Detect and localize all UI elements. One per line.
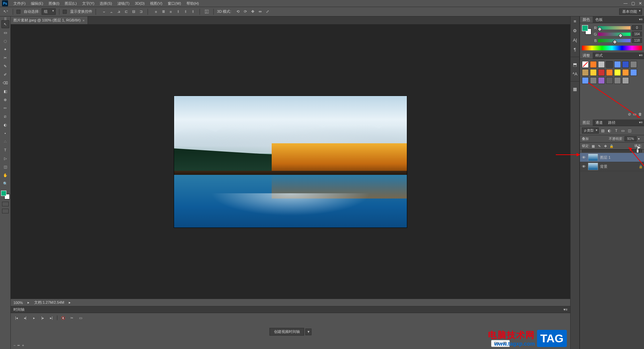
3d-pan-icon[interactable]: ✥ xyxy=(249,8,256,15)
pen-tool[interactable]: ∴ xyxy=(1,138,9,146)
style-swatch-18[interactable] xyxy=(614,77,621,84)
brush-tool[interactable]: ⌫ xyxy=(1,79,9,87)
style-swatch-8[interactable] xyxy=(590,69,597,76)
quickmask-toggle[interactable] xyxy=(2,202,9,206)
dock-character-icon[interactable]: A| xyxy=(572,37,578,43)
tl-zoom-in-icon[interactable]: + xyxy=(22,343,24,348)
menu-file[interactable]: 文件(F) xyxy=(11,0,28,7)
lock-position-icon[interactable]: ✥ xyxy=(603,144,608,148)
create-video-timeline-button[interactable]: 创建视频时间轴 xyxy=(270,328,304,336)
color-swatches2[interactable] xyxy=(582,25,591,35)
style-swatch-13[interactable] xyxy=(630,69,637,76)
3d-orbit-icon[interactable]: ⟲ xyxy=(234,8,241,15)
lock-all-icon[interactable]: 🔒 xyxy=(609,144,614,148)
tab-styles[interactable]: 样式 xyxy=(593,52,605,59)
filter-smart-icon[interactable]: ◫ xyxy=(627,128,632,133)
document-tab[interactable]: 图片素材.jpeg @ 100% (图层 1, RGB/8#) × xyxy=(11,16,88,24)
dist-bottom-icon[interactable]: ≡ xyxy=(167,8,174,15)
g-value[interactable]: 164 xyxy=(632,32,642,37)
tl-audio-icon[interactable]: 🔇 xyxy=(60,315,66,320)
layer-thumbnail[interactable] xyxy=(588,154,598,161)
tab-swatches[interactable]: 色板 xyxy=(593,16,605,23)
dist-right-icon[interactable]: ⦀ xyxy=(190,8,196,15)
style-swatch-11[interactable] xyxy=(614,69,621,76)
layer-name[interactable]: 背景 xyxy=(600,164,637,169)
3d-roll-icon[interactable]: ⟳ xyxy=(242,8,249,15)
3d-zoom-icon[interactable]: ⤢ xyxy=(264,8,271,15)
dock-properties-icon[interactable]: ⚙ xyxy=(572,27,578,34)
filter-pixel-icon[interactable]: ▧ xyxy=(600,128,605,133)
canvas-viewport[interactable] xyxy=(11,24,570,299)
menu-window[interactable]: 窗口(W) xyxy=(165,0,184,7)
tl-zoom-out-icon[interactable]: − xyxy=(13,343,15,348)
fg-color-icon[interactable] xyxy=(582,25,588,31)
minimize-button[interactable]: — xyxy=(622,0,629,6)
blend-mode-dropdown[interactable]: 叠加 xyxy=(582,137,602,141)
opacity-slider-knob[interactable] xyxy=(636,149,639,153)
document-tab-close-icon[interactable]: × xyxy=(83,18,85,22)
clone-stamp-tool[interactable]: ◧ xyxy=(1,87,9,95)
tab-channels[interactable]: 通道 xyxy=(593,119,605,126)
menu-view[interactable]: 视图(V) xyxy=(147,0,165,7)
zoom-menu-icon[interactable]: ▸ xyxy=(28,300,30,305)
tl-split-icon[interactable]: ✂ xyxy=(69,315,75,320)
eraser-tool[interactable]: ✏ xyxy=(1,104,9,112)
dock-charstyles-icon[interactable]: ᴬA xyxy=(572,70,578,77)
tab-paths[interactable]: 路径 xyxy=(605,119,618,126)
lock-transparency-icon[interactable]: ▦ xyxy=(591,144,596,148)
toolbox-grip-icon[interactable]: ⠿ xyxy=(0,17,10,20)
auto-align-icon[interactable]: ⿲ xyxy=(203,8,210,15)
g-slider[interactable] xyxy=(598,33,631,36)
style-swatch-0[interactable] xyxy=(582,61,589,68)
b-value[interactable]: 118 xyxy=(632,38,642,43)
b-slider[interactable] xyxy=(598,39,631,42)
tab-layers[interactable]: 图层 xyxy=(580,119,593,126)
3d-slide-icon[interactable]: ⇔ xyxy=(257,8,263,15)
menu-type[interactable]: 文字(Y) xyxy=(79,0,97,7)
style-swatch-12[interactable] xyxy=(622,69,629,76)
r-slider[interactable] xyxy=(598,26,631,30)
gradient-tool[interactable]: ⎚ xyxy=(1,112,9,120)
menu-3d[interactable]: 3D(D) xyxy=(132,1,147,6)
layer-row-bg[interactable]: 👁 背景 🔒 xyxy=(580,162,644,171)
dock-history-icon[interactable]: ≡ xyxy=(572,18,578,24)
align-vcenter-icon[interactable]: ⫠ xyxy=(108,8,115,15)
layers-new-icon[interactable]: ▭ xyxy=(633,112,636,116)
magic-wand-tool[interactable]: ✦ xyxy=(1,45,9,53)
eyedropper-tool[interactable]: ✎ xyxy=(1,62,9,70)
dist-top-icon[interactable]: ≡ xyxy=(153,8,159,15)
filter-adjust-icon[interactable]: ◐ xyxy=(607,128,612,133)
layers-trash-top-icon[interactable]: 🗑 xyxy=(638,112,642,116)
dist-left-icon[interactable]: ⦀ xyxy=(175,8,181,15)
style-swatch-5[interactable] xyxy=(622,61,629,68)
menu-select[interactable]: 选择(S) xyxy=(97,0,115,7)
dist-vcenter-icon[interactable]: ≣ xyxy=(160,8,167,15)
foreground-color[interactable] xyxy=(1,191,6,196)
color-panel-menu-icon[interactable]: ▾≡ xyxy=(639,17,643,21)
type-tool[interactable]: T xyxy=(1,146,9,154)
show-transform-checkbox[interactable] xyxy=(63,10,67,14)
style-swatch-7[interactable] xyxy=(582,69,589,76)
style-swatch-6[interactable] xyxy=(630,61,637,68)
timeline-menu-icon[interactable]: ▾≡ xyxy=(564,307,568,312)
style-swatch-17[interactable] xyxy=(606,77,613,84)
layers-panel-menu-icon[interactable]: ▾≡ xyxy=(639,120,643,124)
path-selection-tool[interactable]: ▷ xyxy=(1,154,9,162)
tl-first-frame-icon[interactable]: |◂ xyxy=(13,315,19,320)
layer-visibility-icon[interactable]: 👁 xyxy=(581,155,586,159)
filter-shape-icon[interactable]: ▭ xyxy=(620,128,626,133)
tl-transition-icon[interactable]: ▭ xyxy=(77,315,84,320)
tl-zoom-slider[interactable]: ━ xyxy=(17,343,20,348)
align-bottom-icon[interactable]: ⫡ xyxy=(115,8,122,15)
style-swatch-14[interactable] xyxy=(582,77,589,84)
r-value[interactable]: 0 xyxy=(632,25,642,30)
dock-paragraph-icon[interactable]: ¶ xyxy=(572,46,578,53)
close-button[interactable]: ✕ xyxy=(637,0,644,6)
document-info[interactable]: 文档:1.27M/2.54M xyxy=(34,300,64,305)
layers-filter-icon[interactable]: ⊘ xyxy=(628,112,631,116)
rectangle-tool[interactable]: ◫ xyxy=(1,163,9,171)
style-swatch-9[interactable] xyxy=(598,69,605,76)
layer-filter-dropdown[interactable]: ρ 类型 xyxy=(582,128,599,134)
auto-select-dropdown[interactable]: 组 xyxy=(42,8,56,15)
workspace-switcher[interactable]: 基本功能 xyxy=(619,8,642,15)
